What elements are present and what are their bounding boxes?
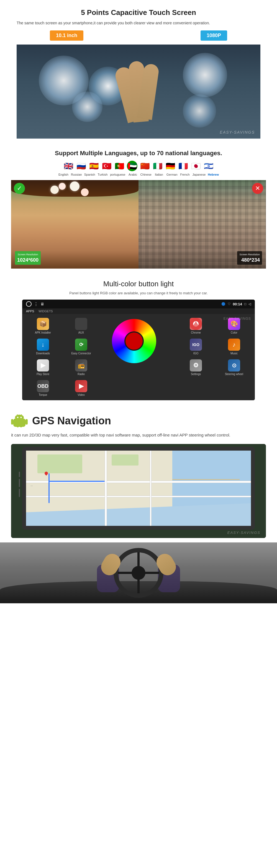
device-frame-outline: ---: [22, 447, 255, 530]
widgets-tab[interactable]: WIDGETS: [38, 310, 53, 313]
languages-title: Support Multiple Languages, up to 70 nat…: [11, 150, 266, 157]
status-left: ⋮ 🖥: [26, 301, 44, 307]
battery-icon: □: [244, 302, 246, 306]
playstore-label: Play Store: [36, 373, 49, 376]
app-radio[interactable]: 📻 Radio: [63, 358, 100, 377]
touch-circle-3: [183, 53, 227, 97]
lang-russian: Russian: [71, 173, 82, 176]
gps-title-row: GPS Navigation: [11, 412, 266, 429]
app-settings[interactable]: ⚙ Settings: [177, 358, 214, 377]
music-icon: ♪: [228, 339, 240, 351]
svg-rect-6: [26, 419, 28, 425]
gps-map-container: --- EASY-SAVINGS: [11, 444, 266, 538]
music-label: Music: [230, 352, 238, 355]
lang-hebrew: Hebrew: [208, 173, 219, 176]
flag-hebrew: 🇮🇱: [203, 161, 214, 171]
app-aux[interactable]: AUX: [63, 316, 100, 336]
map-label-1: ---: [30, 484, 33, 487]
flag-english: 🇬🇧: [63, 161, 74, 171]
settings-label: Settings: [191, 373, 201, 376]
map-green-1: [37, 455, 82, 473]
lang-arabic: Arabic: [128, 173, 138, 176]
lang-english: English: [58, 173, 69, 176]
gps-title: GPS Navigation: [32, 415, 111, 427]
quality-good-badge: ✓: [14, 183, 25, 194]
easy-connector-label: Easy Connector: [71, 352, 91, 355]
touch-circles-overlay: [17, 44, 260, 138]
status-circle: [26, 301, 32, 307]
map-road-v2: [150, 451, 151, 526]
color-wheel: [112, 319, 156, 363]
android-menu-bar: APPS WIDGETS: [22, 308, 255, 314]
app-apk-installer[interactable]: 📦 APK Installer: [24, 316, 61, 336]
resolution-label-bad: Screen Resolution 480*234: [237, 251, 262, 265]
app-playstore[interactable]: ▶ Play Store: [24, 358, 61, 377]
apps-tab[interactable]: APPS: [26, 310, 34, 313]
heart-icon: ♡: [228, 302, 231, 306]
app-music[interactable]: ♪ Music: [216, 337, 253, 356]
badge-resolution: 1080P: [200, 30, 227, 41]
resolution-label-good: Screen Resolution 1024*600: [15, 251, 41, 265]
bottom-car-section: [0, 542, 277, 603]
device-side-buttons: [19, 472, 20, 497]
lang-japanese: Japanese: [193, 173, 206, 176]
multicolor-description: Panel buttons light RGB color are availa…: [17, 291, 260, 295]
app-chrome[interactable]: Chrome: [177, 316, 214, 336]
res-good-number: 1024*600: [17, 257, 38, 264]
app-downloads[interactable]: ↓ Downloads: [24, 337, 61, 356]
status-right: 🔵 ♡ 00:14 □ ◁: [221, 302, 251, 306]
app-easy-connector[interactable]: ⟳ Easy Connector: [63, 337, 100, 356]
map-bridge: [172, 479, 240, 480]
flag-arabic: 🇦🇪: [127, 161, 137, 171]
android-ui-mockup: ⋮ 🖥 🔵 ♡ 00:14 □ ◁ APPS WIDGETS 📦 APK Ins…: [22, 300, 255, 400]
colorwheel-area: [101, 316, 176, 377]
aux-label: AUX: [78, 331, 84, 334]
languages-section: Support Multiple Languages, up to 70 nat…: [0, 144, 277, 274]
android-statusbar: ⋮ 🖥 🔵 ♡ 00:14 □ ◁: [22, 300, 255, 308]
touch-circle-5: [183, 94, 216, 127]
apk-label: APK Installer: [35, 331, 51, 334]
bluetooth-icon: 🔵: [221, 302, 225, 306]
multicolor-title: Multi-color button light: [17, 280, 260, 288]
quality-bad-badge: ✕: [252, 183, 263, 194]
flag-portuguese: 🇵🇹: [114, 161, 124, 171]
map-marker: [44, 472, 49, 476]
map-inner: ---: [26, 451, 251, 526]
settings-icon: ⚙: [190, 359, 202, 371]
app-igo[interactable]: IGO IGO: [177, 337, 214, 356]
resolution-left-good: ✓ Screen Resolution 1024*600: [11, 180, 138, 269]
lang-german: German: [166, 173, 177, 176]
steering-icon: ⊙: [228, 359, 240, 371]
status-screen-icon: 🖥: [40, 302, 44, 306]
gps-section: GPS Navigation it can run 2D/3D map very…: [0, 406, 277, 542]
downloads-icon: ↓: [37, 339, 49, 351]
torque-icon: OBD: [37, 380, 49, 392]
color-wheel-center: [124, 331, 144, 351]
svg-point-7: [15, 415, 24, 420]
touchscreen-image: EASY-SAVINGS: [17, 44, 260, 138]
badge-size: 10.1 inch: [50, 30, 83, 41]
flag-russian: 🇷🇺: [76, 161, 86, 171]
flag-japanese: 🇯🇵: [191, 161, 201, 171]
app-video[interactable]: ▶ Video: [63, 378, 100, 398]
steering-label: Steering wheel: [225, 373, 243, 376]
app-torque[interactable]: OBD Torque: [24, 378, 61, 398]
res-bad-number: 480*234: [239, 257, 260, 264]
easy-connector-icon: ⟳: [75, 339, 87, 351]
flag-german: 🇩🇪: [165, 161, 176, 171]
resolution-right-bad: ✕ Screen Resolution 480*234: [138, 180, 266, 269]
chrome-icon: [190, 318, 202, 330]
lang-french: French: [180, 173, 190, 176]
downloads-label: Downloads: [36, 352, 50, 355]
app-steering[interactable]: ⊙ Steering wheel: [216, 358, 253, 377]
gps-map-screen: --- EASY-SAVINGS: [11, 444, 266, 538]
res-good-title: Screen Resolution: [18, 253, 38, 256]
android-watermark: EASY-SAVINGS: [224, 317, 251, 320]
igo-icon: IGO: [190, 339, 202, 351]
chrome-label: Chrome: [191, 331, 201, 334]
map-route-v: [49, 473, 50, 503]
svg-rect-3: [17, 423, 19, 427]
map-green-2: [112, 455, 138, 466]
touchscreen-watermark: EASY-SAVINGS: [220, 130, 255, 134]
android-icon: [11, 412, 28, 429]
